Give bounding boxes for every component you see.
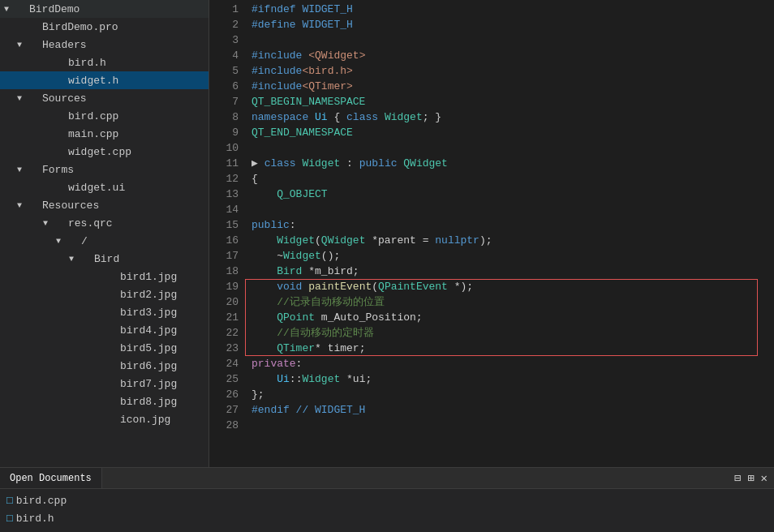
bottom-file-bird.cpp[interactable]: □bird.cpp xyxy=(6,492,768,508)
icon-widgetUi xyxy=(52,181,65,194)
icon-resources xyxy=(26,199,39,212)
tree-item-birdH[interactable]: bird.h xyxy=(0,54,209,71)
line-num-19: 19 xyxy=(209,279,239,294)
code-line-14 xyxy=(252,202,774,217)
label-bird1jpg: bird1.jpg xyxy=(120,271,177,283)
line-num-14: 14 xyxy=(209,202,239,217)
tree-item-headers[interactable]: ▼Headers xyxy=(0,36,209,54)
arrow-forms: ▼ xyxy=(13,165,26,174)
file-icon-bird.h: □ xyxy=(6,513,13,525)
code-content[interactable]: #ifndef WIDGET_H#define WIDGET_H#include… xyxy=(245,0,774,467)
arrow-sources: ▼ xyxy=(13,94,26,103)
tree-item-bird7jpg[interactable]: bird7.jpg xyxy=(0,375,209,393)
line-num-3: 3 xyxy=(209,32,239,48)
label-birdH: bird.h xyxy=(68,57,106,69)
line-num-25: 25 xyxy=(209,371,239,387)
label-bird3jpg: bird3.jpg xyxy=(120,307,177,319)
icon-bird2jpg xyxy=(104,288,117,301)
code-line-21: QPoint m_Auto_Position; xyxy=(252,310,774,325)
pin-icon[interactable]: ⊟ xyxy=(734,471,741,485)
label-resources: Resources xyxy=(42,200,99,212)
tree-item-birdCpp[interactable]: bird.cpp xyxy=(0,107,209,125)
tree-item-resQrc[interactable]: ▼res.qrc xyxy=(0,214,209,232)
close-panel-icon[interactable]: ✕ xyxy=(761,471,768,485)
tree-item-bird[interactable]: ▼Bird xyxy=(0,250,209,268)
tree-item-bird5jpg[interactable]: bird5.jpg xyxy=(0,339,209,357)
code-line-12: { xyxy=(252,171,774,187)
bottom-file-bird.h[interactable]: □bird.h xyxy=(6,510,768,526)
label-birdCpp: bird.cpp xyxy=(68,110,118,122)
editor-area: 1234567891011121314151617181920212223242… xyxy=(209,0,774,467)
code-line-28 xyxy=(252,418,774,433)
code-line-1: #ifndef WIDGET_H xyxy=(252,2,774,17)
code-line-10 xyxy=(252,140,774,156)
label-widgetH: widget.h xyxy=(68,75,118,87)
line-num-7: 7 xyxy=(209,94,239,109)
line-num-1: 1 xyxy=(209,2,239,17)
label-bird6jpg: bird6.jpg xyxy=(120,360,177,372)
tree-item-birdDemoPro[interactable]: BirdDemo.pro xyxy=(0,18,209,36)
tree-item-widgetH[interactable]: widget.h xyxy=(0,71,209,89)
line-num-15: 15 xyxy=(209,217,239,233)
label-bird2jpg: bird2.jpg xyxy=(120,289,177,301)
tree-item-rootSlash[interactable]: ▼/ xyxy=(0,232,209,250)
icon-birdDemoPro xyxy=(26,20,39,33)
label-rootSlash: / xyxy=(81,235,88,247)
code-line-2: #define WIDGET_H xyxy=(252,17,774,32)
icon-resQrc xyxy=(52,217,65,230)
tree-item-widgetCpp[interactable]: widget.cpp xyxy=(0,143,209,161)
split-icon[interactable]: ⊞ xyxy=(747,471,754,485)
file-label-bird.h: bird.h xyxy=(16,513,54,525)
line-num-21: 21 xyxy=(209,310,239,325)
icon-bird1jpg xyxy=(104,270,117,283)
icon-iconjpg xyxy=(104,413,117,426)
bottom-content: □bird.cpp□bird.h xyxy=(0,489,774,532)
tree-item-birdDemo[interactable]: ▼BirdDemo xyxy=(0,0,209,18)
code-line-18: Bird *m_bird; xyxy=(252,264,774,279)
code-line-6: #include<QTimer> xyxy=(252,79,774,94)
label-birdDemoPro: BirdDemo.pro xyxy=(42,21,118,33)
icon-birdCpp xyxy=(52,109,65,122)
tree-item-resources[interactable]: ▼Resources xyxy=(0,196,209,214)
open-documents-tab[interactable]: Open Documents xyxy=(0,468,102,488)
icon-birdDemo xyxy=(13,2,26,15)
open-documents-tab-label: Open Documents xyxy=(10,473,92,484)
tree-item-iconjpg[interactable]: icon.jpg xyxy=(0,410,209,428)
icon-bird3jpg xyxy=(104,306,117,319)
code-line-17: ~Widget(); xyxy=(252,248,774,264)
line-num-23: 23 xyxy=(209,341,239,356)
code-container: 1234567891011121314151617181920212223242… xyxy=(209,0,774,467)
code-line-5: #include<bird.h> xyxy=(252,63,774,79)
tree-item-bird8jpg[interactable]: bird8.jpg xyxy=(0,393,209,410)
tree-item-bird2jpg[interactable]: bird2.jpg xyxy=(0,285,209,303)
tree-item-bird1jpg[interactable]: bird1.jpg xyxy=(0,268,209,285)
icon-bird5jpg xyxy=(104,341,117,354)
label-resQrc: res.qrc xyxy=(68,217,113,230)
tree-item-bird6jpg[interactable]: bird6.jpg xyxy=(0,357,209,375)
label-sources: Sources xyxy=(42,92,87,105)
icon-forms xyxy=(26,163,39,176)
line-num-18: 18 xyxy=(209,264,239,279)
icon-widgetH xyxy=(52,74,65,87)
line-num-27: 27 xyxy=(209,402,239,418)
line-num-22: 22 xyxy=(209,325,239,341)
line-num-20: 20 xyxy=(209,294,239,310)
icon-bird7jpg xyxy=(104,377,117,390)
code-line-27: #endif // WIDGET_H xyxy=(252,402,774,418)
tree-item-sources[interactable]: ▼Sources xyxy=(0,89,209,107)
label-birdDemo: BirdDemo xyxy=(29,3,80,15)
tree-item-bird3jpg[interactable]: bird3.jpg xyxy=(0,303,209,321)
tree-item-mainCpp[interactable]: main.cpp xyxy=(0,125,209,143)
label-bird4jpg: bird4.jpg xyxy=(120,324,177,337)
tree-item-forms[interactable]: ▼Forms xyxy=(0,161,209,178)
tree-item-widgetUi[interactable]: widget.ui xyxy=(0,178,209,196)
icon-bird4jpg xyxy=(104,324,117,337)
code-line-23: QTimer* timer; xyxy=(252,341,774,356)
bottom-tab-icons: ⊟ ⊞ ✕ xyxy=(734,471,774,485)
tree-item-bird4jpg[interactable]: bird4.jpg xyxy=(0,321,209,339)
icon-bird6jpg xyxy=(104,359,117,372)
line-num-4: 4 xyxy=(209,48,239,63)
icon-rootSlash xyxy=(65,234,78,247)
line-num-12: 12 xyxy=(209,171,239,187)
label-bird: Bird xyxy=(94,253,119,265)
